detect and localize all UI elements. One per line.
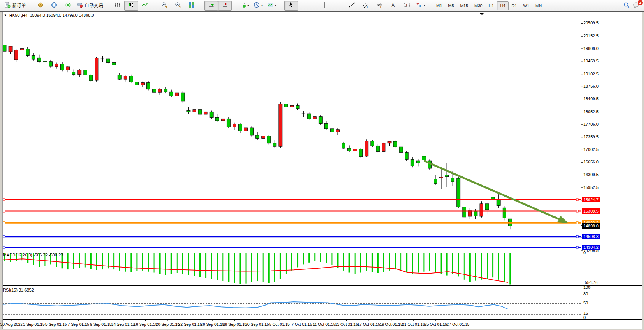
signals-icon xyxy=(65,2,71,9)
svg-text:A: A xyxy=(392,2,395,8)
candle xyxy=(267,136,271,143)
candle xyxy=(497,200,500,205)
chart-canvas xyxy=(0,0,644,330)
candle xyxy=(193,110,196,112)
text-button[interactable]: A xyxy=(386,1,400,11)
line-handle[interactable] xyxy=(576,210,578,212)
label-button[interactable]: T xyxy=(400,1,414,11)
chevron-down-icon[interactable]: ▾ xyxy=(261,4,263,7)
search-icon[interactable] xyxy=(623,2,630,9)
chevron-down-icon[interactable]: ▾ xyxy=(275,4,276,7)
periods-button[interactable]: ▾ xyxy=(251,1,265,11)
trend-arrow-line[interactable] xyxy=(424,161,559,219)
candle xyxy=(129,76,133,82)
bars-chart-icon xyxy=(114,2,120,9)
shapes-button[interactable]: ▾ xyxy=(414,1,427,11)
line-handle[interactable] xyxy=(3,199,5,201)
text-icon: A xyxy=(390,2,396,9)
market-depth-button[interactable] xyxy=(34,1,47,11)
channel-button[interactable]: E xyxy=(359,1,373,11)
trendline-button[interactable] xyxy=(345,1,359,11)
window-right-border xyxy=(642,12,644,329)
crosshair-button[interactable] xyxy=(298,1,312,11)
chat-button[interactable]: 1 xyxy=(633,2,640,9)
candle xyxy=(210,112,213,117)
timeframe-d1-button[interactable]: D1 xyxy=(509,1,520,10)
candle xyxy=(49,62,52,66)
zoom-in-button[interactable] xyxy=(157,1,171,11)
zoom-out-button[interactable] xyxy=(171,1,185,11)
timeframe-w1-button[interactable]: W1 xyxy=(520,1,533,10)
chevron-down-icon[interactable]: ▾ xyxy=(247,4,249,7)
timeframe-h4-button[interactable]: H4 xyxy=(497,1,508,10)
chart-shift-button[interactable] xyxy=(218,1,232,11)
candle xyxy=(474,211,477,216)
timeframe-mn-button[interactable]: MN xyxy=(532,1,545,10)
timeframe-h1-button[interactable]: H1 xyxy=(485,1,497,10)
line-handle[interactable] xyxy=(3,222,5,224)
line-chart-button[interactable] xyxy=(138,1,152,11)
periods-icon xyxy=(254,2,260,9)
line-handle[interactable] xyxy=(576,235,578,238)
chevron-down-icon[interactable]: ▾ xyxy=(424,4,425,7)
toolbar-separator xyxy=(280,2,283,10)
candle xyxy=(376,146,380,151)
cursor-button[interactable] xyxy=(284,1,298,11)
candle xyxy=(244,128,248,131)
trend-arrow-head[interactable] xyxy=(557,216,568,223)
line-handle[interactable] xyxy=(3,246,5,248)
timeframe-m1-button[interactable]: M1 xyxy=(433,1,445,10)
candle xyxy=(422,156,426,160)
line-handle[interactable] xyxy=(576,222,578,224)
signals-button[interactable] xyxy=(61,1,75,11)
community-button[interactable] xyxy=(47,1,61,11)
timeframe-m15-button[interactable]: M15 xyxy=(457,1,471,10)
candle xyxy=(313,117,316,119)
candle xyxy=(37,58,41,61)
autotrading-label: 自动交易 xyxy=(85,2,103,9)
indicators-button[interactable]: ▾ xyxy=(238,1,251,11)
candle xyxy=(330,129,334,132)
candle xyxy=(227,119,230,127)
candle xyxy=(153,89,156,93)
symbol-dropdown-icon[interactable]: ▼ xyxy=(4,14,7,17)
candle xyxy=(89,75,93,81)
fibonacci-button[interactable]: F xyxy=(373,1,386,11)
bars-chart-button[interactable] xyxy=(111,1,124,11)
new-order-button[interactable]: 新订单 xyxy=(2,1,28,11)
market-depth-icon xyxy=(37,2,43,9)
line-handle[interactable] xyxy=(3,235,5,238)
candle xyxy=(124,76,127,80)
timeframe-m30-button[interactable]: M30 xyxy=(471,1,485,10)
candle xyxy=(164,89,167,92)
hline-button[interactable] xyxy=(331,1,345,11)
rsi-line xyxy=(3,302,508,309)
candle xyxy=(170,92,173,96)
candle xyxy=(348,148,351,151)
candle xyxy=(106,59,110,62)
indicators-icon xyxy=(240,2,246,9)
line-handle[interactable] xyxy=(576,246,578,248)
timeframe-m5-button[interactable]: M5 xyxy=(445,1,457,10)
fibonacci-icon: F xyxy=(376,2,382,9)
toolbar: 新订单自动交易▾▾▾EFAT▾M1M5M15M30H1H4D1W1MN1 xyxy=(0,0,644,11)
autoscroll-button[interactable] xyxy=(204,1,218,11)
notification-badge: 1 xyxy=(638,0,643,5)
candle xyxy=(181,93,185,101)
shapes-icon xyxy=(416,2,422,9)
community-icon xyxy=(51,2,57,9)
templates-button[interactable]: ▾ xyxy=(265,1,279,11)
vline-button[interactable] xyxy=(318,1,331,11)
candle xyxy=(319,117,322,124)
chart-shift-marker[interactable] xyxy=(479,13,485,15)
line-handle[interactable] xyxy=(576,199,578,201)
line-handle[interactable] xyxy=(3,210,5,212)
candles-chart-button[interactable] xyxy=(124,1,138,11)
window-left-border xyxy=(0,12,3,329)
candle xyxy=(84,70,87,75)
tile-windows-button[interactable] xyxy=(185,1,199,11)
candle xyxy=(342,143,345,148)
autotrading-button[interactable]: 自动交易 xyxy=(75,1,105,11)
new-order-label: 新订单 xyxy=(12,2,26,9)
candle xyxy=(434,179,437,183)
